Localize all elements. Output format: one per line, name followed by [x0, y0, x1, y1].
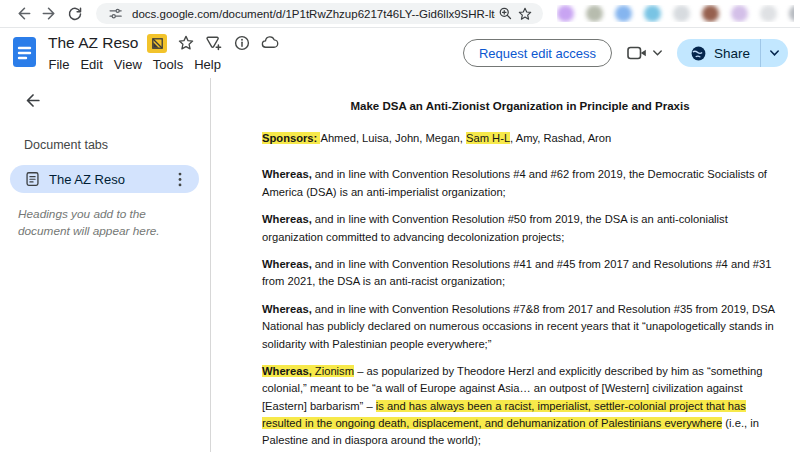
whereas-paragraph: Whereas, and in line with Convention Res… [262, 301, 778, 353]
extension-icon[interactable] [615, 5, 632, 22]
whereas-paragraph: Whereas, and in line with Convention Res… [262, 211, 778, 245]
share-label: Share [714, 46, 750, 61]
browser-back-button[interactable] [10, 2, 36, 26]
text-segment: , Amy, Rashad, Aron [510, 132, 611, 144]
doc-heading: Make DSA an Anti-Zionist Organization in… [262, 98, 778, 115]
highlighted-text: Whereas, [262, 365, 312, 377]
menu-bar: FileEditViewToolsHelp [43, 54, 279, 74]
join-call-control[interactable] [627, 45, 662, 61]
move-icon[interactable] [204, 34, 223, 53]
highlighted-annotation-icon [147, 34, 167, 53]
zoom-in-icon[interactable] [495, 6, 515, 21]
tab-document-icon [25, 171, 40, 187]
close-sidebar-button[interactable] [19, 87, 45, 113]
request-edit-access-button[interactable]: Request edit access [463, 39, 612, 67]
extension-icon[interactable] [586, 5, 603, 22]
browser-toolbar: docs.google.com/document/d/1P1tRwZhzup62… [0, 0, 800, 28]
document-tabs-heading: Document tabs [24, 138, 210, 152]
forward-arrow-icon [41, 5, 58, 22]
sponsors-line: Sponsors: Ahmed, Luisa, John, Megan, Sam… [262, 130, 778, 147]
tab-label: The AZ Reso [49, 172, 160, 187]
sidebar-tab-the-az-reso[interactable]: The AZ Reso [10, 165, 199, 193]
text-segment: Ahmed, Luisa, John, Megan, [320, 132, 466, 144]
extension-icon[interactable] [760, 5, 777, 22]
extension-icon[interactable] [731, 5, 748, 22]
document-content: Make DSA an Anti-Zionist Organization in… [211, 78, 800, 449]
headings-hint-text: Headings you add to the document will ap… [18, 206, 194, 239]
star-document-icon[interactable] [176, 34, 195, 53]
video-camera-icon [627, 45, 647, 61]
kebab-menu-icon [178, 172, 182, 187]
text-segment: and in line with Convention Resolutions … [262, 258, 771, 287]
text-segment: Whereas, [262, 213, 312, 225]
extension-icon[interactable] [673, 5, 690, 22]
share-button[interactable]: Share [677, 39, 788, 67]
extension-icon[interactable] [702, 5, 719, 22]
extension-icon[interactable] [557, 5, 574, 22]
menu-file[interactable]: File [43, 57, 75, 72]
document-tabs-sidebar: Document tabs The AZ Reso Headings you a… [0, 78, 211, 452]
menu-edit[interactable]: Edit [75, 57, 108, 72]
highlighted-text: Sam H-L [466, 132, 510, 144]
whereas-paragraph: Whereas, Zionism – as popularized by The… [262, 363, 778, 449]
globe-icon [690, 45, 707, 62]
whereas-paragraph: Whereas, and in line with Convention Res… [262, 256, 778, 290]
document-canvas[interactable]: Make DSA an Anti-Zionist Organization in… [211, 78, 800, 452]
highlighted-text: Zionism [312, 365, 354, 377]
document-title[interactable]: The AZ Reso [48, 34, 138, 52]
chevron-down-icon [770, 50, 779, 56]
chevron-down-icon [653, 50, 662, 56]
document-status-cloud-icon[interactable] [260, 34, 279, 53]
whereas-paragraph: Whereas, and in line with Convention Res… [262, 166, 778, 200]
browser-forward-button[interactable] [36, 2, 62, 26]
bookmark-star-icon[interactable] [515, 6, 535, 22]
doc-paragraphs: Sponsors: Ahmed, Luisa, John, Megan, Sam… [262, 130, 778, 449]
document-details-icon[interactable] [232, 34, 251, 53]
text-segment: and in line with Convention Resolution #… [262, 213, 728, 242]
url-text[interactable]: docs.google.com/document/d/1P1tRwZhzup62… [132, 8, 495, 20]
extension-icon[interactable] [789, 5, 794, 22]
tab-options-button[interactable] [169, 168, 191, 190]
site-settings-icon[interactable] [105, 6, 125, 21]
address-bar[interactable]: docs.google.com/document/d/1P1tRwZhzup62… [96, 3, 543, 24]
google-docs-logo[interactable] [12, 36, 37, 72]
text-segment: Whereas, [262, 303, 312, 315]
extensions-area [557, 5, 794, 22]
text-segment: Whereas, [262, 168, 312, 180]
menu-view[interactable]: View [108, 57, 147, 72]
back-arrow-icon [23, 91, 42, 110]
docs-header: The AZ Reso FileEditViewToolsHelp Reques… [0, 28, 800, 78]
highlighted-text: Sponsors: [262, 132, 320, 144]
text-segment: Whereas, [262, 258, 312, 270]
title-block: The AZ Reso FileEditViewToolsHelp [48, 32, 279, 74]
back-arrow-icon [15, 5, 32, 22]
share-dropdown[interactable] [760, 39, 788, 67]
extension-icon[interactable] [644, 5, 661, 22]
text-segment: and in line with Convention Resolutions … [262, 303, 774, 349]
refresh-icon [67, 6, 83, 22]
menu-tools[interactable]: Tools [147, 57, 188, 72]
browser-refresh-button[interactable] [62, 2, 88, 26]
menu-help[interactable]: Help [189, 57, 227, 72]
text-segment: and in line with Convention Resolutions … [262, 168, 767, 197]
